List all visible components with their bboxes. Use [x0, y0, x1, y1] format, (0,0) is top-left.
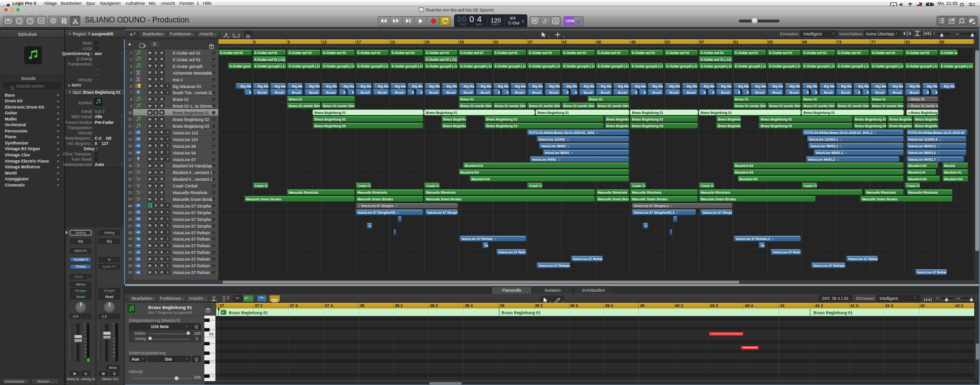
svg-text:?: ? — [29, 19, 31, 23]
svg-text:S: S — [554, 19, 557, 23]
